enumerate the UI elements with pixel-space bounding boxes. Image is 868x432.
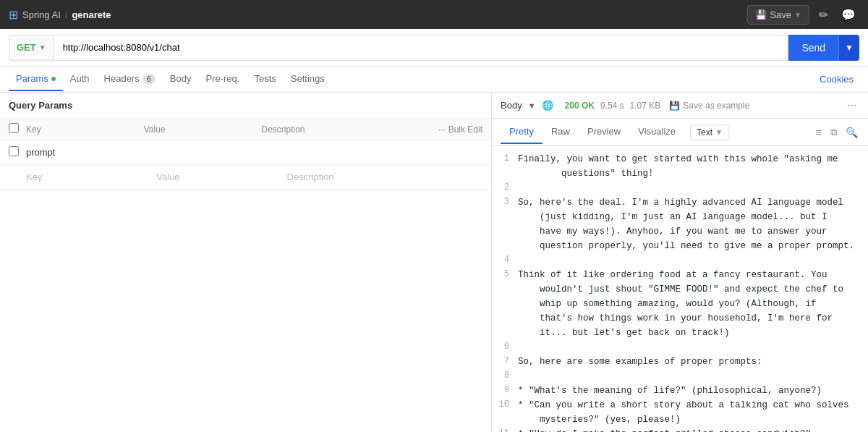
tab-bar-right: Cookies bbox=[814, 74, 859, 85]
code-line: it... but let's get back on track!) bbox=[492, 326, 868, 340]
line-number bbox=[492, 239, 518, 253]
save-example-button[interactable]: 💾 Save as example bbox=[669, 101, 749, 111]
line-content bbox=[518, 340, 868, 355]
tab-prereq-label: Pre-req. bbox=[205, 73, 239, 84]
code-line: 7So, here are some examples of proper pr… bbox=[492, 355, 868, 369]
code-line: (just kidding, I'm just an AI language m… bbox=[492, 210, 868, 224]
code-line: 1Finally, you want to get started with t… bbox=[492, 152, 868, 166]
code-line: mysteries?" (yes, please!) bbox=[492, 412, 868, 427]
edit-button[interactable]: ✏ bbox=[815, 4, 832, 25]
params-dot-indicator bbox=[51, 77, 56, 81]
query-params-title: Query Params bbox=[0, 93, 491, 119]
line-number bbox=[492, 210, 518, 224]
view-tab-visualize[interactable]: Visualize bbox=[629, 120, 684, 144]
code-line: 11* "How do I make the perfect grilled c… bbox=[492, 427, 868, 432]
params-table-header: Key Value Description ··· Bulk Edit bbox=[0, 119, 491, 140]
tab-headers[interactable]: Headers 6 bbox=[97, 67, 163, 91]
line-number: 3 bbox=[492, 195, 518, 210]
view-tab-preview[interactable]: Preview bbox=[579, 120, 629, 144]
empty-key-placeholder[interactable]: Key bbox=[26, 171, 156, 182]
empty-value-placeholder[interactable]: Value bbox=[156, 171, 286, 182]
line-number bbox=[492, 282, 518, 297]
response-more-button[interactable]: ··· bbox=[844, 99, 859, 112]
top-bar: ⊞ Spring AI / genarete 💾 Save ▼ ✏ 💬 bbox=[0, 0, 868, 29]
code-line: 3So, here's the deal. I'm a highly advan… bbox=[492, 195, 868, 210]
response-body-label[interactable]: Body bbox=[501, 100, 522, 111]
send-button[interactable]: Send bbox=[788, 35, 838, 61]
tab-body[interactable]: Body bbox=[163, 67, 199, 91]
save-button[interactable]: 💾 Save ▼ bbox=[747, 5, 809, 25]
tab-auth[interactable]: Auth bbox=[63, 67, 97, 91]
line-number: 6 bbox=[492, 340, 518, 355]
globe-icon: 🌐 bbox=[542, 100, 553, 111]
line-number: 11 bbox=[492, 427, 518, 432]
line-content: (just kidding, I'm just an AI language m… bbox=[518, 210, 868, 224]
line-content: have my ways!). Anyhoo, if you want me t… bbox=[518, 224, 868, 239]
response-size: 1.07 KB bbox=[630, 101, 661, 111]
method-label: GET bbox=[17, 42, 36, 53]
tab-headers-label: Headers bbox=[104, 73, 140, 84]
tab-prereq[interactable]: Pre-req. bbox=[198, 67, 247, 91]
line-content: it... but let's get back on track!) bbox=[518, 326, 868, 340]
param-key-prompt[interactable]: prompt bbox=[26, 147, 156, 158]
send-button-group: Send ▼ bbox=[788, 35, 859, 61]
url-bar: GET ▼ Send ▼ bbox=[0, 29, 868, 67]
line-number: 5 bbox=[492, 268, 518, 282]
code-line: 10* "Can you write a short story about a… bbox=[492, 398, 868, 412]
collection-name: genarete bbox=[72, 9, 111, 20]
search-icon[interactable]: 🔍 bbox=[844, 125, 859, 140]
top-bar-actions: 💾 Save ▼ ✏ 💬 bbox=[747, 4, 859, 25]
status-code: 200 OK bbox=[565, 101, 595, 111]
left-panel: Query Params Key Value Description ··· B… bbox=[0, 93, 492, 432]
line-content: Think of it like ordering food at a fanc… bbox=[518, 268, 868, 282]
response-header: Body ▼ 🌐 200 OK 9.54 s 1.07 KB 💾 Save as… bbox=[492, 93, 868, 119]
main-layout: Query Params Key Value Description ··· B… bbox=[0, 93, 868, 432]
tab-settings[interactable]: Settings bbox=[284, 67, 332, 91]
tab-tests[interactable]: Tests bbox=[247, 67, 283, 91]
response-view-tabs: Pretty Raw Preview Visualize Text ▼ ≡ ⧉ … bbox=[492, 119, 868, 146]
tab-auth-label: Auth bbox=[70, 73, 90, 84]
save-dropdown-icon: ▼ bbox=[794, 11, 801, 19]
response-code-view: 1Finally, you want to get started with t… bbox=[492, 146, 868, 432]
line-content bbox=[518, 369, 868, 384]
line-number bbox=[492, 326, 518, 340]
code-line: 5Think of it like ordering food at a fan… bbox=[492, 268, 868, 282]
tab-params[interactable]: Params bbox=[9, 67, 63, 91]
save-example-label: Save as example bbox=[683, 101, 749, 111]
copy-icon[interactable]: ⧉ bbox=[829, 125, 838, 140]
comment-button[interactable]: 💬 bbox=[838, 4, 859, 25]
line-number bbox=[492, 311, 518, 326]
wrap-lines-icon[interactable]: ≡ bbox=[814, 124, 823, 140]
param-row-empty: Key Value Description bbox=[0, 165, 491, 190]
value-column-header: Value bbox=[144, 124, 262, 135]
empty-desc-placeholder[interactable]: Description bbox=[287, 171, 482, 182]
format-label: Text bbox=[697, 127, 712, 137]
url-input[interactable] bbox=[54, 35, 789, 61]
line-number bbox=[492, 297, 518, 311]
method-chevron-icon: ▼ bbox=[39, 43, 46, 51]
code-line: 8 bbox=[492, 369, 868, 384]
code-line: question properly, you'll need to give m… bbox=[492, 239, 868, 253]
code-line: that's how things work in your household… bbox=[492, 311, 868, 326]
send-dropdown-button[interactable]: ▼ bbox=[838, 35, 859, 61]
method-select[interactable]: GET ▼ bbox=[9, 35, 54, 61]
save-example-icon: 💾 bbox=[669, 101, 680, 111]
format-chevron-icon: ▼ bbox=[715, 128, 723, 136]
line-content bbox=[518, 181, 868, 195]
view-action-icons: ≡ ⧉ 🔍 bbox=[814, 124, 859, 140]
breadcrumb-separator: / bbox=[65, 9, 68, 20]
cookies-button[interactable]: Cookies bbox=[814, 71, 859, 88]
code-line: have my ways!). Anyhoo, if you want me t… bbox=[492, 224, 868, 239]
right-panel: Body ▼ 🌐 200 OK 9.54 s 1.07 KB 💾 Save as… bbox=[492, 93, 868, 432]
view-tab-pretty[interactable]: Pretty bbox=[501, 120, 542, 144]
line-number: 8 bbox=[492, 369, 518, 384]
select-all-checkbox[interactable] bbox=[9, 123, 19, 133]
line-number: 10 bbox=[492, 398, 518, 412]
line-content: So, here's the deal. I'm a highly advanc… bbox=[518, 195, 868, 210]
format-select-button[interactable]: Text ▼ bbox=[690, 124, 729, 140]
response-body-chevron-icon[interactable]: ▼ bbox=[528, 101, 536, 110]
tab-params-label: Params bbox=[16, 73, 48, 84]
bulk-edit-button[interactable]: ··· Bulk Edit bbox=[438, 124, 482, 135]
param-row-checkbox[interactable] bbox=[9, 146, 19, 156]
view-tab-raw[interactable]: Raw bbox=[542, 120, 579, 144]
